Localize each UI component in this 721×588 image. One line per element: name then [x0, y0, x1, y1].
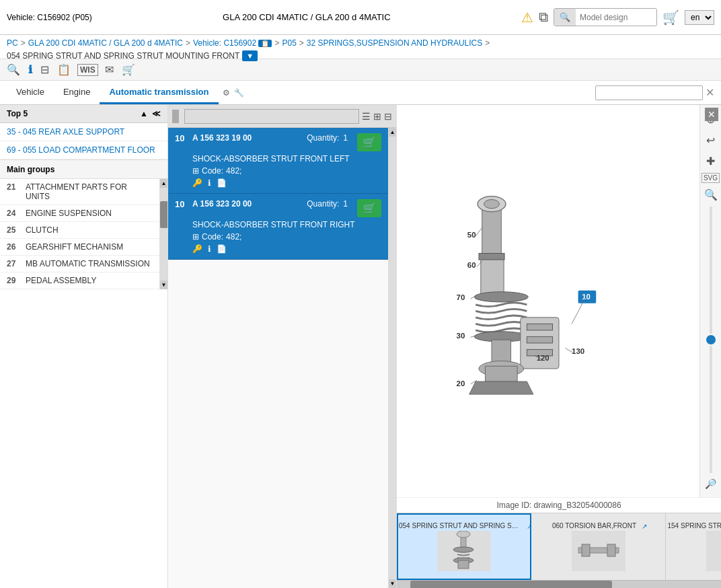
tab-search-clear[interactable]: ✕	[706, 86, 714, 99]
group-label-25: CLUTCH	[26, 225, 59, 235]
sidebar-scroll-up[interactable]: ▲	[160, 179, 168, 188]
svg-point-3	[474, 291, 528, 301]
model-search-button[interactable]: 🔍	[554, 9, 576, 26]
group-num-26: 26	[7, 242, 26, 252]
part-1-doc-icon[interactable]: 📄	[217, 244, 227, 254]
sidebar-group-21[interactable]: 21 ATTACHMENT PARTS FOR UNITS	[0, 179, 159, 205]
part-0-qty-label: Quantity:	[307, 133, 339, 143]
part-1-info-icon[interactable]: ℹ	[208, 244, 211, 254]
part-1-cart-button[interactable]: 🛒	[357, 199, 381, 217]
top5-icons: ▲ ≪	[140, 109, 161, 118]
part-0-key-icon[interactable]: 🔑	[192, 178, 202, 188]
sidebar-group-25[interactable]: 25 CLUTCH	[0, 222, 159, 239]
group-label-26: GEARSHIFT MECHANISM	[26, 242, 123, 252]
sidebar-group-27[interactable]: 27 MB AUTOMATIC TRANSMISSION	[0, 256, 159, 272]
tab-vehicle[interactable]: Vehicle	[7, 81, 54, 104]
part-0-description: SHOCK-ABSORBER STRUT FRONT LEFT	[175, 154, 381, 163]
info-icon[interactable]: ℹ	[27, 62, 34, 77]
model-search-input[interactable]	[576, 10, 656, 25]
part-1-code-row: ⊞ Code: 482;	[175, 232, 381, 242]
language-select[interactable]: en de	[685, 10, 714, 25]
parts-expand-icon[interactable]: ⊟	[384, 111, 392, 122]
sidebar-group-26[interactable]: 26 GEARSHIFT MECHANISM	[0, 239, 159, 256]
cart-toolbar-icon[interactable]: 🛒	[120, 62, 137, 77]
tab-wrench-icon[interactable]: 🔧	[234, 88, 244, 98]
thumb-0-label: 054 SPRING STRUT AND SPRING STRUT MOUNTI…	[397, 522, 524, 531]
svg-text:70: 70	[457, 293, 465, 301]
parts-scroll-down[interactable]: ▼	[389, 579, 397, 588]
diagram-cross-icon[interactable]: ✚	[704, 152, 718, 170]
diagram-close-button[interactable]: ✕	[705, 108, 718, 121]
svg-text:20: 20	[457, 379, 465, 387]
breadcrumb-vehicle[interactable]: Vehicle: C156902 📋	[193, 38, 272, 48]
parts-grid-icon[interactable]: ⊞	[373, 111, 381, 122]
horizontal-scrollbar[interactable]	[397, 580, 721, 588]
diagram-history-icon[interactable]: ↩	[704, 131, 718, 149]
part-0-info-icon[interactable]: ℹ	[208, 178, 211, 188]
diagram-svg-icon[interactable]: SVG	[701, 173, 720, 183]
group-num-21: 21	[7, 182, 26, 192]
top5-collapse-icon[interactable]: ▲	[140, 109, 148, 118]
sidebar-group-29[interactable]: 29 PEDAL ASSEMBLY	[0, 272, 159, 289]
thumb-item-2[interactable]: 154 SPRING STRUT AND SPRING STRUT MOUNTI…	[666, 513, 721, 580]
part-0-actions: 🔑 ℹ 📄	[175, 178, 381, 188]
part-1-actions: 🔑 ℹ 📄	[175, 244, 381, 254]
sidebar-group-24[interactable]: 24 ENGINE SUSPENSION	[0, 205, 159, 222]
parts-list-icon[interactable]: ☰	[362, 111, 371, 122]
group-num-25: 25	[7, 225, 26, 235]
diagram-zoom-out-icon[interactable]: 🔎	[702, 476, 719, 492]
thumb-1-label: 060 TORSION BAR,FRONT	[549, 522, 639, 531]
top5-expand-icon[interactable]: ≪	[152, 109, 161, 118]
part-1-key-icon[interactable]: 🔑	[192, 244, 202, 254]
part-0-code-value: 482;	[226, 166, 241, 176]
breadcrumb-springs[interactable]: 32 SPRINGS,SUSPENSION AND HYDRAULICS	[307, 38, 482, 48]
svg-point-11	[484, 199, 500, 208]
wis-icon[interactable]: WIS	[77, 64, 98, 76]
sidebar-top5-header: Top 5 ▲ ≪	[0, 105, 167, 123]
zoom-in-icon[interactable]: 🔍	[5, 62, 22, 77]
breadcrumb-pc[interactable]: PC	[7, 38, 18, 48]
tab-search: ✕	[595, 85, 714, 100]
tab-search-input[interactable]	[595, 85, 703, 100]
part-0-num: 10	[175, 133, 188, 143]
breadcrumb-p05[interactable]: P05	[282, 38, 296, 48]
thumb-item-1[interactable]: 060 TORSION BAR,FRONT ↗	[531, 513, 666, 580]
main-content: Top 5 ▲ ≪ 35 - 045 REAR AXLE SUPPORT 69 …	[0, 105, 721, 588]
group-label-24: ENGINE SUSPENSION	[26, 209, 112, 218]
scroll-thumb[interactable]	[410, 581, 612, 588]
part-0-cart-button[interactable]: 🛒	[357, 133, 381, 151]
breadcrumb-model[interactable]: GLA 200 CDI 4MATIC / GLA 200 d 4MATIC	[28, 38, 183, 48]
diagram-panel: ✕	[397, 105, 721, 588]
thumb-item-0[interactable]: 054 SPRING STRUT AND SPRING STRUT MOUNTI…	[397, 513, 531, 580]
tab-automatic-transmission[interactable]: Automatic transmission	[100, 81, 218, 104]
tab-gear-icon[interactable]: ⚙	[223, 88, 230, 98]
svg-point-32	[457, 531, 470, 538]
group-label-29: PEDAL ASSEMBLY	[26, 276, 96, 285]
part-0-doc-icon[interactable]: 📄	[217, 178, 227, 188]
sidebar-top5-item-2[interactable]: 69 - 055 LOAD COMPARTMENT FLOOR	[0, 141, 167, 159]
sidebar-top5-item-1[interactable]: 35 - 045 REAR AXLE SUPPORT	[0, 123, 167, 141]
part-item-0[interactable]: 10 A 156 323 19 00 Quantity: 1 🛒 SHOCK-A…	[168, 128, 388, 194]
part-1-num: 10	[175, 199, 188, 209]
part-item-1[interactable]: 10 A 156 323 20 00 Quantity: 1 🛒 SHOCK-A…	[168, 194, 388, 260]
parts-filter-input[interactable]	[184, 109, 359, 124]
part-0-code: A 156 323 19 00	[192, 133, 303, 143]
thumb-1-image	[572, 531, 625, 571]
group-label-21: ATTACHMENT PARTS FOR UNITS	[26, 182, 153, 201]
doc-alert-icon[interactable]: 📋	[56, 62, 72, 77]
thumb-0-image	[437, 531, 491, 571]
tab-engine[interactable]: Engine	[54, 81, 100, 104]
parts-list: 10 A 156 323 19 00 Quantity: 1 🛒 SHOCK-A…	[168, 128, 396, 588]
warning-icon[interactable]: ⚠	[521, 9, 533, 26]
mail-icon[interactable]: ✉	[104, 62, 115, 77]
copy-icon[interactable]: ⧉	[539, 9, 548, 25]
filter-icon[interactable]: ⊟	[39, 62, 50, 77]
diagram-zoom-slider[interactable]	[706, 335, 716, 344]
diagram-zoom-in-icon[interactable]: 🔍	[701, 186, 720, 204]
breadcrumb-dropdown-button[interactable]: ▼	[242, 50, 258, 61]
parts-scroll-up[interactable]: ▲	[389, 128, 397, 137]
cart-icon-top[interactable]: 🛒	[662, 9, 679, 26]
breadcrumb-sep1: >	[21, 38, 26, 48]
svg-rect-22	[485, 366, 517, 381]
sidebar-scroll-down[interactable]: ▼	[160, 281, 168, 289]
